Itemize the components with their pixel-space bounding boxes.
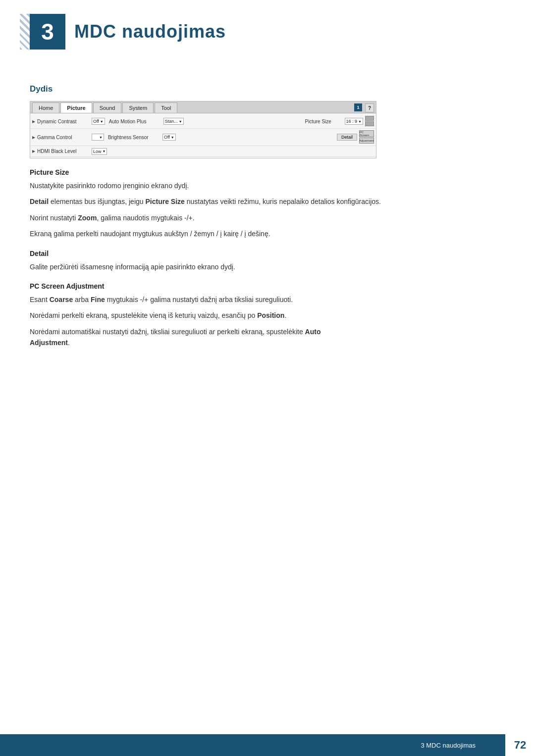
picture-size-p1: Nustatykite pasirinkto rodomo įrenginio … [30, 180, 505, 191]
page-footer: 3 MDC naudojimas 72 [0, 734, 535, 756]
footer-text: 3 MDC naudojimas [421, 742, 505, 749]
picture-size-select[interactable]: 16 : 9 ▼ [345, 118, 363, 125]
brightness-sensor-label: Brightness Sensor [108, 135, 162, 140]
hdmi-black-select[interactable]: Low ▼ [92, 148, 107, 155]
chapter-title: MDC naudojimas [74, 21, 226, 42]
adjustment-bold: Adjustment [30, 339, 68, 347]
coarse-bold: Coarse [50, 296, 73, 303]
right-icons [365, 116, 374, 127]
tab-bar: Home Picture Sound System Tool 1 ? [30, 101, 376, 113]
picture-size-heading: Picture Size [30, 168, 505, 176]
tab-sound[interactable]: Sound [93, 102, 122, 113]
hdmi-black-label: HDMI Black Level [37, 149, 92, 154]
main-content: Dydis Home Picture Sound System Tool 1 ?… [30, 54, 505, 349]
picture-size-label: Picture Size [305, 119, 345, 124]
brightness-sensor-select[interactable]: Off ▼ [162, 134, 176, 141]
right-icons-2: PC Screen Adjustment [359, 130, 374, 144]
page-header: 3 MDC naudojimas [30, 5, 535, 54]
pc-screen-p3: Norėdami automatiškai nustatyti dažnį, t… [30, 326, 505, 349]
table-row: ▶ Dynamic Contrast Off ▼ Auto Motion Plu… [30, 114, 376, 129]
pc-screen-heading: PC Screen Adjustment [30, 282, 505, 290]
position-bold: Position [257, 311, 284, 319]
icon-box-2 [365, 121, 374, 126]
section-title: Dydis [30, 84, 505, 94]
table-row: ▶ Gamma Control ▼ Brightness Sensor Off … [30, 129, 376, 146]
mockup-rows: ▶ Dynamic Contrast Off ▼ Auto Motion Plu… [30, 113, 376, 158]
icon-box-1 [365, 116, 374, 121]
auto-motion-label: Auto Motion Plus [109, 119, 163, 124]
picture-size-p3: Norint nustatyti Zoom, galima naudotis m… [30, 212, 505, 223]
detail-heading: Detail [30, 250, 505, 257]
row-arrow-1: ▶ [32, 119, 35, 124]
auto-bold: Auto [305, 328, 321, 336]
row-arrow-3: ▶ [32, 149, 35, 153]
chapter-number: 3 [30, 14, 65, 50]
picture-size-p4: Ekraną galima perkelti naudojant mygtuku… [30, 228, 505, 239]
picture-size-p2: Detail elementas bus išjungtas, jeigu Pi… [30, 196, 505, 207]
dynamic-contrast-label: Dynamic Contrast [37, 119, 92, 124]
pc-screen-icon-2: Adjustment [359, 138, 374, 144]
tab-home[interactable]: Home [32, 102, 59, 113]
pc-screen-icon: PC Screen [359, 130, 374, 137]
gamma-control-label: Gamma Control [37, 135, 92, 140]
gamma-control-select[interactable]: ▼ [92, 134, 104, 141]
fine-bold: Fine [91, 296, 105, 303]
detail-button[interactable]: Detail [337, 134, 357, 141]
detail-p1: Galite peržiūrėti išsamesnę informaciją … [30, 261, 505, 272]
row-arrow-2: ▶ [32, 135, 35, 140]
pc-screen-p1: Esant Coarse arba Fine mygtukais -/+ gal… [30, 294, 505, 305]
tab-system[interactable]: System [122, 102, 154, 113]
help-button[interactable]: ? [365, 103, 374, 112]
badge-number: 1 [354, 103, 362, 111]
page-number: 72 [505, 734, 535, 756]
pc-screen-p2: Norėdami perkelti ekraną, spustelėkite v… [30, 310, 505, 321]
tab-tool[interactable]: Tool [155, 102, 177, 113]
picture-size-bold: Picture Size [145, 198, 184, 205]
auto-motion-select[interactable]: Stan... ▼ [163, 118, 184, 125]
zoom-bold: Zoom [78, 214, 97, 222]
tab-picture[interactable]: Picture [60, 102, 92, 113]
dynamic-contrast-select[interactable]: Off ▼ [92, 118, 105, 125]
table-row: ▶ HDMI Black Level Low ▼ [30, 146, 376, 157]
detail-bold: Detail [30, 198, 49, 205]
ui-mockup: Home Picture Sound System Tool 1 ? ▶ Dyn… [30, 101, 376, 158]
